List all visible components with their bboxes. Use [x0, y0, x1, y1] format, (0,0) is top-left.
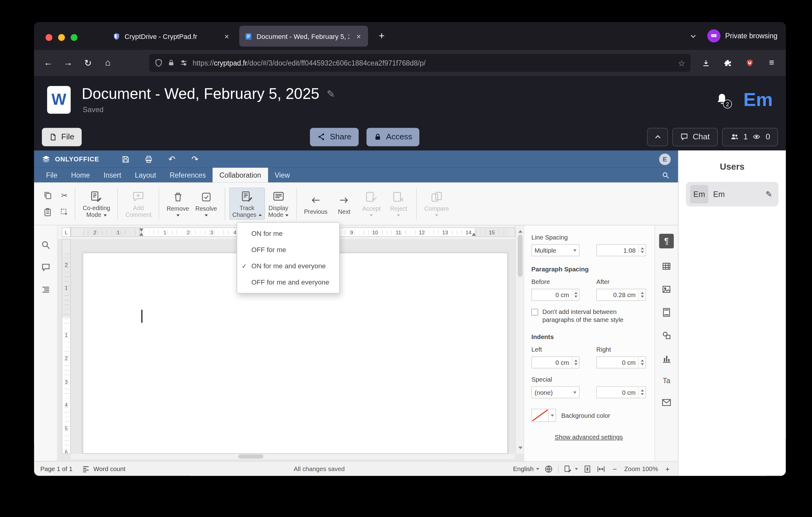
users-count-button[interactable]: 1 0	[722, 128, 778, 146]
dropdown-option[interactable]: ✓ ON for me and everyone	[237, 258, 339, 274]
account-avatar[interactable]: Em	[744, 88, 773, 111]
scroll-down-arrow[interactable]	[518, 446, 522, 451]
left-indent-marker[interactable]	[139, 233, 144, 236]
list-all-tabs-icon[interactable]	[690, 32, 697, 39]
table-settings-icon[interactable]	[661, 261, 672, 271]
menu-tab[interactable]: Collaboration	[213, 168, 268, 183]
home-icon[interactable]: ⌂	[99, 54, 117, 72]
menu-tab[interactable]: Insert	[97, 168, 128, 183]
share-button[interactable]: Share	[310, 128, 359, 146]
chart-settings-icon[interactable]	[661, 353, 672, 363]
zoom-in-button[interactable]: +	[663, 465, 672, 473]
tracking-shield-icon[interactable]	[154, 59, 163, 67]
mail-merge-settings-icon[interactable]	[661, 397, 672, 408]
forward-icon[interactable]: →	[59, 54, 77, 72]
co-editing-mode-button[interactable]: Co-editing Mode	[80, 188, 113, 220]
indent-left-spinner[interactable]: 0 cm	[531, 356, 579, 369]
fit-page-icon[interactable]	[583, 465, 592, 473]
previous-change-button[interactable]: Previous	[301, 191, 330, 216]
swatch-dropdown[interactable]	[548, 409, 556, 421]
menu-tab[interactable]: View	[268, 168, 297, 183]
reject-change-button[interactable]: Reject	[385, 188, 412, 219]
track-changes-status-toggle[interactable]	[564, 465, 578, 473]
edit-title-pencil-icon[interactable]: ✎	[327, 88, 335, 100]
url-bar[interactable]: https://cryptpad.fr/doc/#/3/doc/edit/ff0…	[149, 54, 691, 72]
window-minimize-button[interactable]	[58, 34, 65, 41]
ublock-icon[interactable]	[741, 54, 758, 72]
search-icon[interactable]	[41, 240, 51, 250]
notifications-bell-icon[interactable]: 2	[715, 92, 728, 107]
reload-icon[interactable]: ↻	[79, 54, 97, 72]
access-button[interactable]: Access	[367, 128, 419, 146]
tab-close-icon[interactable]: ×	[222, 31, 232, 42]
window-close-button[interactable]	[46, 34, 52, 41]
vertical-scrollbar[interactable]	[515, 225, 523, 454]
horizontal-scrollbar[interactable]	[71, 454, 515, 459]
special-select[interactable]: (none)	[531, 386, 579, 398]
header-footer-settings-icon[interactable]	[661, 307, 672, 318]
bookmark-star-icon[interactable]: ☆	[678, 58, 685, 68]
chat-button[interactable]: Chat	[672, 128, 718, 146]
vertical-scroll-thumb[interactable]	[518, 235, 522, 277]
menu-tab[interactable]: Layout	[128, 168, 163, 183]
user-list-item[interactable]: Em Em ✎	[686, 182, 779, 207]
collapse-toolbar-button[interactable]	[647, 128, 668, 146]
navigation-headings-icon[interactable]	[41, 285, 51, 295]
add-comment-button[interactable]: Add Comment	[122, 188, 154, 220]
copy-icon[interactable]	[43, 191, 52, 200]
back-icon[interactable]: ←	[39, 54, 57, 72]
right-indent-marker[interactable]	[472, 233, 476, 236]
scroll-up-arrow[interactable]	[518, 228, 522, 233]
dropdown-option[interactable]: ✓ OFF for me	[237, 242, 339, 258]
downloads-icon[interactable]	[697, 54, 715, 72]
resolve-button[interactable]: Resolve	[192, 188, 220, 219]
new-tab-button[interactable]: +	[373, 28, 390, 45]
shape-settings-icon[interactable]	[661, 330, 672, 341]
language-selector[interactable]: English	[513, 465, 540, 472]
menu-tab[interactable]: Home	[64, 168, 97, 183]
menu-tab[interactable]: References	[163, 168, 213, 183]
tab-document[interactable]: Document - Wed, February 5, 2 ×	[239, 26, 368, 47]
comments-icon[interactable]	[41, 263, 51, 273]
word-count-control[interactable]: Word count	[82, 465, 125, 473]
url-text[interactable]: https://cryptpad.fr/doc/#/3/doc/edit/ff0…	[193, 59, 673, 67]
paragraph-settings-icon[interactable]: ¶	[659, 234, 674, 248]
tab-cryptdrive[interactable]: CryptDrive - CryptPad.fr ×	[107, 26, 236, 47]
compare-button[interactable]: Compare	[421, 188, 452, 219]
window-zoom-button[interactable]	[71, 34, 78, 41]
extensions-puzzle-icon[interactable]	[719, 54, 736, 72]
dropdown-option[interactable]: ✓ ON for me	[237, 225, 339, 242]
no-interval-option[interactable]: Don't add interval between paragraphs of…	[531, 308, 646, 324]
spellcheck-globe-icon[interactable]	[545, 465, 553, 473]
tab-stop-selector[interactable]: L	[62, 227, 71, 237]
tab-close-icon[interactable]: ×	[353, 31, 364, 42]
edit-user-pencil-icon[interactable]: ✎	[765, 190, 772, 199]
image-settings-icon[interactable]	[661, 284, 672, 294]
page-indicator[interactable]: Page 1 of 1	[40, 465, 72, 472]
spacing-before-spinner[interactable]: 0 cm	[531, 289, 579, 301]
menu-tab[interactable]: File	[39, 168, 64, 183]
horizontal-scroll-thumb[interactable]	[238, 455, 263, 459]
lock-icon[interactable]	[168, 59, 175, 66]
special-spinner[interactable]: 0 cm	[596, 386, 646, 398]
track-changes-button[interactable]: Track Changes	[229, 188, 265, 220]
zoom-out-button[interactable]: −	[611, 465, 619, 473]
fit-width-icon[interactable]	[597, 465, 605, 473]
cut-icon[interactable]: ✂	[61, 191, 68, 200]
dropdown-option[interactable]: ✓ OFF for me and everyone	[237, 274, 339, 290]
spacing-after-spinner[interactable]: 0.28 cm	[596, 289, 646, 301]
menu-icon[interactable]: ≡	[763, 54, 781, 72]
text-art-settings-icon[interactable]: Ta	[663, 376, 670, 385]
redo-icon[interactable]: ↷	[188, 154, 202, 165]
indent-right-spinner[interactable]: 0 cm	[596, 356, 646, 369]
next-change-button[interactable]: Next	[331, 191, 358, 216]
save-icon[interactable]	[119, 154, 133, 165]
no-color-swatch[interactable]	[532, 409, 548, 421]
display-mode-button[interactable]: Display Mode	[265, 188, 292, 220]
line-spacing-select[interactable]: Multiple	[531, 244, 579, 256]
undo-icon[interactable]: ↶	[165, 154, 179, 165]
vertical-ruler[interactable]: 21123456	[62, 239, 71, 454]
first-line-indent-marker[interactable]	[139, 228, 144, 232]
checkbox[interactable]	[531, 309, 538, 316]
accept-change-button[interactable]: Accept	[358, 188, 385, 219]
